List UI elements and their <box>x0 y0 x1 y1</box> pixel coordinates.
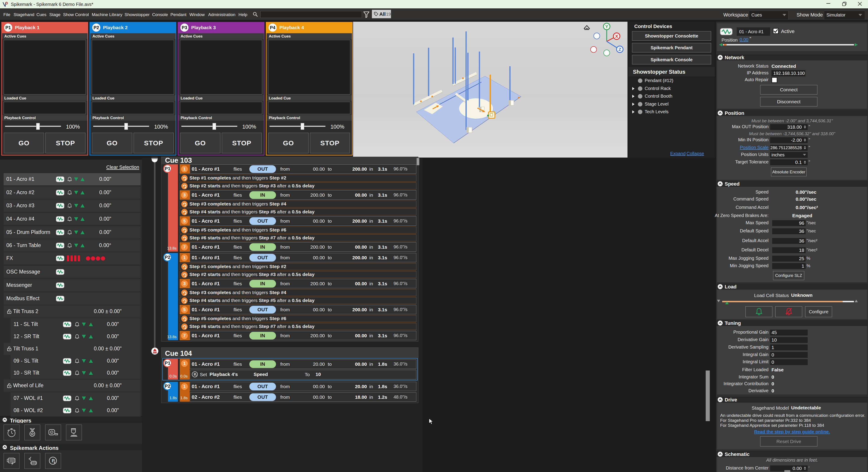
svg-text:Y: Y <box>605 24 608 29</box>
svg-text:X: X <box>615 34 618 39</box>
svg-text:P: P <box>194 373 196 376</box>
svg-text:Z: Z <box>618 47 621 52</box>
